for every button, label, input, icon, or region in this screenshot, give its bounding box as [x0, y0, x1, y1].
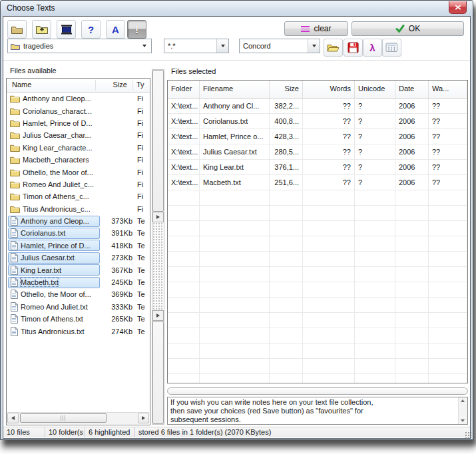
empty-cell — [355, 298, 395, 313]
unicode-cell: ? — [355, 175, 395, 190]
save-favourites-button[interactable] — [344, 39, 363, 57]
calculator-icon — [385, 43, 398, 53]
column-header-date[interactable]: Date — [395, 81, 429, 98]
splitter-thumb-bottom[interactable] — [152, 321, 164, 424]
notes-box[interactable]: If you wish you can write notes here on … — [167, 397, 468, 425]
arrow-up-icon[interactable] — [461, 399, 465, 402]
close-button[interactable] — [449, 1, 467, 14]
file-row[interactable]: Julius Caesar.txt273KbTe — [7, 252, 150, 264]
file-row-label: King Lear.txt — [8, 264, 100, 276]
folder-up-button[interactable] — [32, 20, 51, 39]
favourites-toggle-button[interactable]: ! — [127, 20, 146, 39]
file-name: Romeo And Juliet.txt — [21, 303, 88, 311]
view-drives-button[interactable] — [57, 20, 76, 39]
empty-cell — [429, 359, 467, 374]
folder-row[interactable]: Julius Caesar_char...Fi — [7, 129, 150, 141]
notes-text[interactable]: If you wish you can write notes here on … — [170, 398, 457, 423]
splitter-thumb-top[interactable] — [152, 70, 164, 212]
selected-file-row[interactable]: X:\text...Macbeth.txt251,6...???2006?? — [168, 175, 467, 190]
splitter-arrow-button[interactable] — [152, 310, 164, 321]
panel-splitter-scrollbar[interactable] — [152, 69, 164, 425]
selected-file-row[interactable]: X:\text...Hamlet, Prince o...428,3...???… — [168, 129, 467, 144]
column-header-words[interactable]: Words — [303, 81, 355, 98]
help-button[interactable]: ? — [81, 20, 101, 39]
folder-row[interactable]: Titus Andronicus_c...Fi — [7, 203, 150, 215]
notes-title-input[interactable] — [167, 387, 468, 395]
resize-grip[interactable] — [465, 431, 471, 438]
scrollbar-thumb[interactable] — [20, 413, 107, 423]
calculator-button[interactable] — [382, 39, 401, 57]
file-row[interactable]: Titus Andronicus.txt274KbTe — [7, 325, 150, 337]
load-favourites-button[interactable] — [324, 39, 343, 57]
empty-row — [168, 374, 467, 383]
empty-cell — [168, 374, 200, 383]
wa-cell: ?? — [429, 129, 467, 144]
font-button[interactable]: A — [106, 20, 125, 39]
filespec-combo[interactable]: *.* — [164, 39, 229, 53]
folder-row[interactable]: Hamlet, Prince of D...Fi — [7, 117, 150, 129]
words-cell: ?? — [303, 175, 355, 190]
folder-row[interactable]: King Lear_characte...Fi — [7, 142, 150, 154]
selected-file-row[interactable]: X:\text...Julius Caesar.txt280,5...???20… — [168, 144, 467, 160]
type-cell: Fi — [137, 119, 143, 127]
empty-cell — [168, 206, 200, 221]
text-file-icon — [10, 216, 18, 226]
filespec-combo-drop[interactable] — [216, 39, 228, 53]
chevron-down-icon[interactable] — [142, 45, 146, 47]
column-divider[interactable] — [132, 80, 133, 91]
title-bar[interactable]: Choose Texts — [1, 1, 473, 16]
folder-up-icon — [36, 25, 48, 34]
folder-row[interactable]: Macbeth_charactersFi — [7, 154, 150, 166]
folder-row[interactable]: Coriolanus_charact...Fi — [7, 105, 150, 116]
column-header-size[interactable]: Size — [90, 81, 127, 89]
folder-row[interactable]: Othello, the Moor of...Fi — [7, 166, 150, 178]
file-row[interactable]: Anthony and Cleop...373KbTe — [7, 215, 150, 227]
file-row[interactable]: Hamlet, Prince of D...418KbTe — [7, 240, 150, 252]
file-row[interactable]: Coriolanus.txt391KbTe — [7, 227, 150, 239]
folder-row[interactable]: Anthony and Cleop...Fi — [7, 93, 150, 105]
size-cell: 400,8... — [270, 114, 303, 129]
column-header-filename[interactable]: Filename — [200, 81, 270, 98]
selected-file-row[interactable]: X:\text...Anthony and Cl...382,2...???20… — [168, 99, 467, 114]
folder-row[interactable]: Timon of Athens_c...Fi — [7, 190, 150, 202]
clear-button[interactable]: clear — [284, 21, 348, 36]
empty-cell — [429, 282, 467, 298]
folder-combo[interactable]: tragedies — [7, 39, 152, 53]
ok-button[interactable]: OK — [352, 21, 464, 36]
selected-file-row[interactable]: X:\text...Coriolanus.txt400,8...???2006?… — [168, 114, 467, 129]
file-name: Julius Caesar.txt — [21, 254, 75, 262]
open-folder-button[interactable] — [7, 20, 27, 39]
notes-scrollbar[interactable] — [458, 397, 467, 424]
file-row[interactable]: Macbeth.txt245KbTe — [7, 276, 150, 288]
type-cell: Fi — [137, 95, 143, 103]
empty-cell — [168, 298, 200, 313]
tool-combo-drop[interactable] — [308, 39, 320, 53]
tool-combo-value: Concord — [240, 42, 308, 50]
file-row[interactable]: Romeo And Juliet.txt333KbTe — [7, 301, 150, 313]
horizontal-scrollbar[interactable] — [7, 412, 149, 424]
empty-cell — [395, 206, 429, 221]
type-cell: Fi — [137, 180, 143, 188]
column-header-folder[interactable]: Folder — [168, 81, 200, 98]
screenshot-stage: Choose Texts — [0, 0, 476, 454]
column-header-type[interactable]: Ty — [136, 81, 144, 89]
column-header-wa[interactable]: Wa... — [429, 81, 467, 98]
folder-cell: X:\text... — [168, 99, 200, 114]
empty-cell — [395, 190, 429, 206]
column-header-unicode[interactable]: Unicode — [355, 81, 395, 98]
file-row[interactable]: Timon of Athens.txt265KbTe — [7, 313, 150, 325]
column-header-name[interactable]: Name — [12, 81, 31, 89]
column-header-size[interactable]: Size — [270, 81, 303, 98]
splitter-track[interactable] — [152, 222, 164, 310]
acrobat-button[interactable]: λ — [363, 39, 382, 57]
selected-file-row[interactable]: X:\text...King Lear.txt376,1...???2006?? — [168, 160, 467, 175]
tool-combo[interactable]: Concord — [239, 39, 320, 53]
filespec-combo-value: *.* — [164, 42, 216, 50]
scroll-left-button[interactable] — [7, 413, 19, 423]
scroll-right-button[interactable] — [138, 413, 149, 423]
splitter-arrow-button[interactable] — [152, 212, 164, 222]
file-row[interactable]: Othello, the Moor of...369KbTe — [7, 288, 150, 300]
file-row[interactable]: King Lear.txt367KbTe — [7, 264, 150, 276]
folder-row[interactable]: Romeo And Juliet_c...Fi — [7, 178, 150, 190]
arrow-down-icon[interactable] — [461, 419, 465, 422]
